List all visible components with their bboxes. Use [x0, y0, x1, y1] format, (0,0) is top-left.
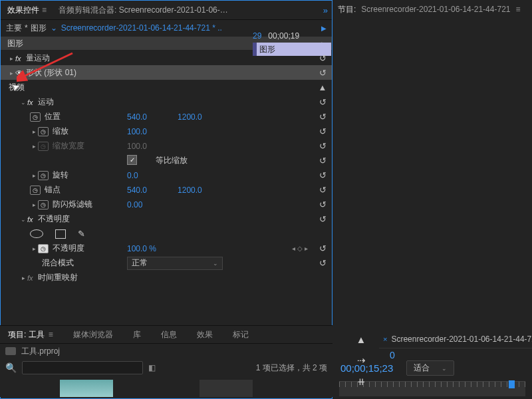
stopwatch-on-icon[interactable]: ◷	[38, 244, 49, 253]
chevron-down-icon: ⌄	[213, 260, 218, 267]
antiflicker-value[interactable]: 0.00	[127, 200, 142, 209]
project-item-thumb[interactable]	[200, 380, 253, 397]
prop-opacity-group[interactable]: ⌄fx 不透明度 ↺	[1, 211, 332, 226]
panel-expand-icon[interactable]: »	[323, 5, 328, 15]
sequence-tab[interactable]: Screenrecorder-2021-01-06-14-21-44-721	[391, 334, 532, 344]
prop-anchor[interactable]: ◷ 锚点 540.01200.0 ↺	[1, 182, 332, 197]
project-breadcrumb[interactable]: 工具.prproj	[0, 344, 332, 358]
mini-timeline-header: 29 00;00;19	[253, 29, 331, 43]
rect-mask-icon[interactable]	[55, 229, 66, 239]
tab-library[interactable]: 库	[130, 327, 144, 343]
prop-blend-mode[interactable]: 混合模式 正常⌄ ↺	[1, 255, 332, 270]
sequence-timecode[interactable]: 0	[390, 350, 395, 360]
program-file[interactable]: Screenrecorder-2021-01-06-14-21-44-721	[361, 5, 510, 14]
source-dropdown-icon[interactable]: ⌄	[51, 23, 57, 33]
project-tabbar: 项目: 工具≡ 媒体浏览器 库 信息 效果 标记	[0, 326, 332, 344]
video-section-header: 视频 ▲	[1, 80, 332, 94]
tab-markers[interactable]: 标记	[230, 327, 251, 343]
stopwatch-icon[interactable]: ◷	[30, 186, 41, 195]
mini-timeline-frame: 29	[253, 31, 261, 41]
anchor-y[interactable]: 1200.0	[178, 186, 202, 195]
scale-value[interactable]: 100.0	[127, 127, 147, 136]
prop-time-remap[interactable]: ▸fx 时间重映射	[1, 270, 332, 285]
prop-uniform-scale[interactable]: ✓等比缩放 ↺	[1, 153, 332, 168]
reset-icon[interactable]: ↺	[317, 243, 328, 253]
reset-icon[interactable]: ↺	[317, 185, 328, 195]
project-selection-count: 1 项已选择，共 2 项	[256, 362, 327, 374]
tab-media-browser[interactable]: 媒体浏览器	[70, 327, 116, 343]
stopwatch-icon[interactable]: ◷	[38, 127, 49, 136]
project-item-thumb[interactable]	[60, 380, 113, 397]
anchor-x[interactable]: 540.0	[127, 186, 147, 195]
chevron-down-icon: ⌄	[442, 365, 447, 372]
reset-icon[interactable]: ↺	[317, 170, 328, 180]
panel-menu-icon[interactable]: ≡	[515, 5, 520, 14]
rotation-value[interactable]: 0.0	[127, 171, 138, 180]
reset-icon[interactable]: ↺	[317, 97, 328, 107]
stopwatch-icon[interactable]: ◷	[30, 112, 41, 122]
keyframe-nav-icon[interactable]: ◂ ◇ ▸	[292, 245, 308, 252]
bin-icon	[5, 347, 16, 355]
reset-icon[interactable]: ↺	[317, 156, 328, 166]
expand-icon[interactable]: ▸	[7, 55, 15, 62]
prop-motion[interactable]: ⌄fx 运动 ↺	[1, 94, 332, 109]
reset-icon[interactable]: ↺	[317, 141, 328, 151]
project-items[interactable]	[0, 377, 332, 397]
prop-opacity[interactable]: ▸◷ 不透明度 100.0 % ◂ ◇ ▸ ↺	[1, 241, 332, 255]
reset-icon[interactable]: ↺	[317, 200, 328, 209]
reset-icon[interactable]: ↺	[317, 53, 328, 63]
project-file-name: 工具.prproj	[21, 346, 60, 357]
source-linked-sequence[interactable]: Screenrecorder-2021-01-06-14-21-44-721 *…	[61, 23, 222, 33]
ellipse-mask-icon[interactable]	[30, 229, 43, 238]
blend-mode-dropdown[interactable]: 正常⌄	[127, 257, 223, 270]
reset-icon[interactable]: ↺	[317, 258, 328, 268]
prop-shape[interactable]: ▸ 👁 形状 (形状 01) ↺	[1, 65, 332, 80]
prop-position[interactable]: ◷ 位置 540.01200.0 ↺	[1, 109, 332, 124]
program-label: 节目:	[338, 4, 356, 15]
program-zoom-dropdown[interactable]: 适合⌄	[406, 360, 454, 376]
tab-effect-controls[interactable]: 效果控件≡	[5, 2, 49, 19]
tab-project[interactable]: 项目: 工具≡	[5, 327, 56, 343]
position-x[interactable]: 540.0	[127, 112, 147, 122]
effect-controls-tabbar: 效果控件≡ 音频剪辑混合器: Screenrecorder-2021-01-06…	[1, 1, 332, 20]
tab-info[interactable]: 信息	[158, 327, 180, 343]
source-master-label: 主要	[6, 23, 22, 34]
pen-mask-icon[interactable]: ✎	[78, 229, 85, 239]
mini-timeline-tc: 00;00;19	[268, 31, 299, 41]
tab-effects[interactable]: 效果	[194, 327, 215, 343]
prop-antiflicker[interactable]: ▸◷ 防闪烁滤镜 0.00 ↺	[1, 197, 332, 211]
stopwatch-icon[interactable]: ◷	[38, 171, 49, 180]
reset-icon[interactable]: ↺	[317, 112, 328, 122]
filter-icon[interactable]: ◧	[148, 363, 156, 372]
selection-tool-icon[interactable]: ▲	[356, 334, 366, 345]
position-y[interactable]: 1200.0	[178, 112, 202, 122]
ripple-tool-icon[interactable]: ⧺	[357, 376, 366, 388]
checkbox-checked-icon[interactable]: ✓	[127, 155, 137, 165]
chevron-up-icon: ▲	[317, 82, 328, 92]
project-search-input[interactable]	[22, 361, 143, 374]
prop-scale-width: ▸◷ 缩放宽度 100.0 ↺	[1, 138, 332, 153]
tab-audio-mixer[interactable]: 音频剪辑混合器: Screenrecorder-2021-01-06-14-21…	[59, 5, 231, 16]
panel-menu-icon[interactable]: ≡	[42, 5, 47, 15]
opacity-mask-tools: ✎	[1, 226, 332, 241]
timeline-tools: ▲ ⇢ ⧺	[351, 334, 371, 388]
reset-icon[interactable]: ↺	[317, 68, 328, 78]
prop-rotation[interactable]: ▸◷ 旋转 0.0 ↺	[1, 168, 332, 182]
track-select-tool-icon[interactable]: ⇢	[357, 354, 366, 366]
reset-icon[interactable]: ↺	[317, 214, 328, 224]
close-tab-icon[interactable]: ×	[383, 335, 387, 343]
program-panel-header: 节目: Screenrecorder-2021-01-06-14-21-44-7…	[332, 0, 532, 19]
reset-icon[interactable]: ↺	[317, 126, 328, 136]
prop-scale[interactable]: ▸◷ 缩放 100.0 ↺	[1, 124, 332, 138]
program-playhead[interactable]	[509, 380, 515, 388]
opacity-value[interactable]: 100.0 %	[127, 244, 156, 253]
expand-icon[interactable]: ▸	[7, 70, 15, 76]
source-graphic-label: 图形	[31, 23, 47, 34]
search-icon[interactable]: 🔍	[5, 362, 17, 373]
prop-vector-motion[interactable]: ▸ fx 量运动 ↺	[1, 51, 332, 65]
sequence-tabbar: × Screenrecorder-2021-01-06-14-21-44-721	[379, 331, 532, 348]
stopwatch-icon[interactable]: ◷	[38, 200, 49, 209]
eye-icon[interactable]: 👁	[15, 68, 26, 78]
